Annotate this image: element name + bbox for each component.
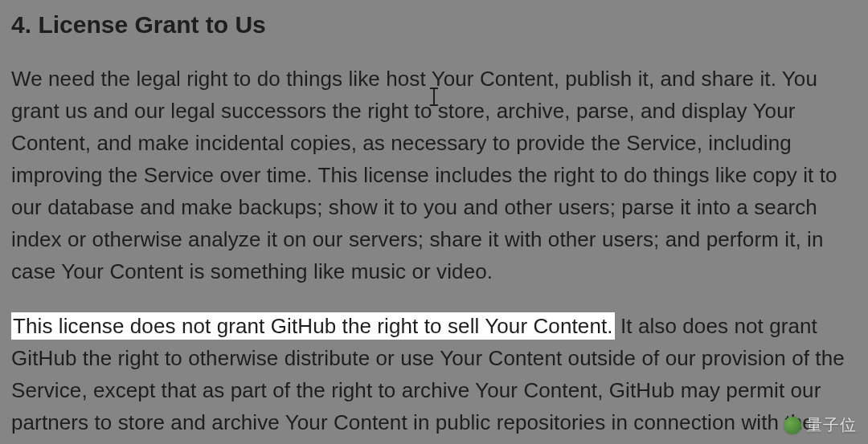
- paragraph-2: This license does not grant GitHub the r…: [11, 310, 857, 445]
- section-heading: 4. License Grant to Us: [11, 10, 857, 40]
- watermark: 量子位: [784, 414, 857, 436]
- wechat-icon: [784, 417, 801, 434]
- watermark-label: 量子位: [806, 414, 857, 436]
- document-page: 4. License Grant to Us We need the legal…: [0, 0, 868, 444]
- section-number: 4.: [11, 11, 31, 38]
- section-title: License Grant to Us: [38, 11, 265, 38]
- highlighted-sentence: This license does not grant GitHub the r…: [11, 312, 615, 340]
- paragraph-1: We need the legal right to do things lik…: [11, 63, 857, 287]
